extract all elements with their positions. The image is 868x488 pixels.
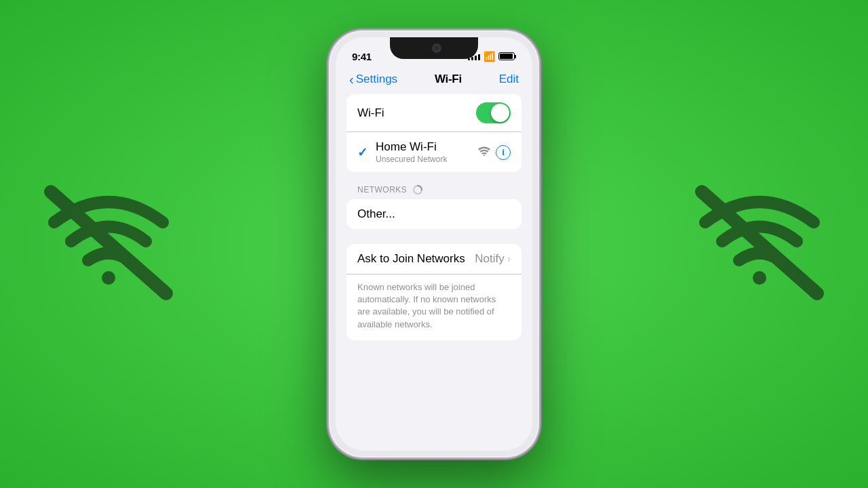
checkmark-icon: ✓: [357, 145, 368, 160]
navigation-bar: ‹ Settings Wi-Fi Edit: [336, 67, 532, 94]
other-network-label: Other...: [357, 207, 511, 221]
network-icons: i: [478, 145, 511, 160]
other-network-card: Other...: [347, 199, 521, 229]
networks-section-header: NETWORKS: [347, 179, 521, 199]
network-info: Home Wi-Fi Unsecured Network: [376, 140, 478, 164]
network-name: Home Wi-Fi: [376, 140, 478, 154]
svg-point-2: [753, 271, 766, 285]
chevron-right-icon: ›: [507, 253, 511, 265]
ask-join-value: Notify: [475, 252, 504, 266]
signal-bar-4: [478, 54, 480, 60]
svg-point-4: [484, 155, 485, 156]
network-info-button[interactable]: i: [496, 145, 511, 160]
wifi-off-icon-left: [34, 168, 183, 320]
signal-bar-1: [468, 58, 470, 60]
phone-device: 9:41 📶: [329, 30, 539, 458]
wifi-label: Wi-Fi: [357, 106, 476, 120]
loading-spinner: [412, 184, 423, 195]
other-network-row[interactable]: Other...: [347, 199, 521, 229]
svg-point-0: [102, 271, 115, 285]
page-title: Wi-Fi: [435, 73, 462, 86]
wifi-toggle-row: Wi-Fi: [347, 94, 521, 131]
phone-screen: 9:41 📶: [336, 37, 532, 451]
wifi-toggle[interactable]: [476, 102, 511, 123]
back-label: Settings: [356, 73, 397, 86]
ask-join-card: Ask to Join Networks Notify › Known netw…: [347, 244, 521, 340]
ask-join-row[interactable]: Ask to Join Networks Notify ›: [347, 244, 521, 274]
battery-icon: [498, 52, 516, 60]
back-chevron-icon: ‹: [349, 73, 354, 86]
connected-network-row[interactable]: ✓ Home Wi-Fi Unsecured Network: [347, 131, 521, 172]
wifi-signal-icon: [478, 146, 490, 158]
notch: [390, 37, 478, 59]
signal-bar-3: [475, 56, 477, 60]
settings-content: Wi-Fi ✓ Home Wi-Fi Unsecured Network: [336, 94, 532, 340]
wifi-off-icon-right: [685, 168, 834, 320]
status-time: 9:41: [352, 51, 372, 62]
network-subtitle: Unsecured Network: [376, 155, 478, 164]
wifi-status-icon: 📶: [484, 51, 495, 62]
camera: [433, 45, 440, 52]
networks-header-label: NETWORKS: [357, 185, 407, 195]
phone-body: 9:41 📶: [329, 30, 539, 458]
edit-button[interactable]: Edit: [499, 73, 519, 86]
spacer: [347, 236, 521, 244]
back-button[interactable]: ‹ Settings: [349, 73, 397, 86]
toggle-thumb: [491, 104, 509, 122]
wifi-toggle-card: Wi-Fi ✓ Home Wi-Fi Unsecured Network: [347, 94, 521, 172]
signal-bar-2: [471, 57, 473, 60]
ask-join-description: Known networks will be joined automatica…: [347, 274, 521, 340]
ask-join-label: Ask to Join Networks: [357, 252, 475, 266]
